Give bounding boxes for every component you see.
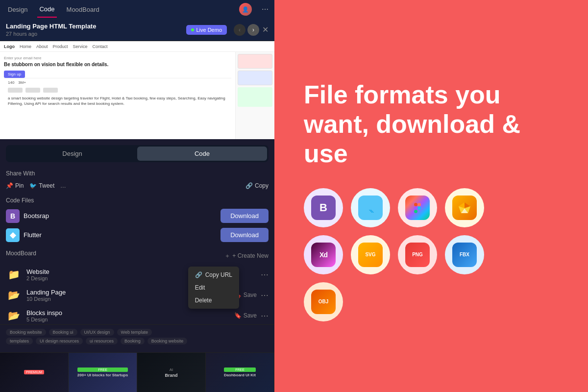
format-icon-png[interactable]: PNG: [398, 235, 437, 274]
share-more-button[interactable]: ...: [60, 182, 66, 189]
flutter-name: Flutter: [24, 231, 42, 239]
tags-row-2: templates UI design resources ui resourc…: [6, 338, 269, 344]
bookmark-icon-2: 🔖: [234, 312, 242, 319]
tab-code[interactable]: Code: [37, 1, 56, 18]
dropdown-menu: 🔗 Copy URL Edit Delete: [188, 267, 239, 309]
file-info-bootstrap: B Bootsrap: [6, 209, 49, 223]
tag[interactable]: ui resources: [86, 338, 118, 344]
bottom-card-1[interactable]: PREMIUM: [0, 353, 69, 392]
folder-name-blocks: Blocks inspo: [26, 309, 230, 317]
folder-count-blocks: 5 Design: [26, 317, 230, 322]
project-info: Landing Page HTML Template 27 hours ago: [6, 23, 96, 37]
bottom-card-3[interactable]: AI Brand: [137, 353, 206, 392]
close-button[interactable]: ✕: [262, 25, 269, 34]
format-icon-xd[interactable]: Xd: [304, 235, 343, 274]
live-demo-dot: [191, 28, 194, 31]
tags-row-1: Booking website Booking ui UI/UX design …: [6, 329, 269, 336]
right-sidebar: Design Code Share With 📌 Pin 🐦 Tweet ...…: [0, 139, 274, 334]
dc-tab-code[interactable]: Code: [137, 147, 267, 161]
nav-arrows: ‹ ›: [234, 24, 259, 36]
format-icon-fbx[interactable]: FBX: [445, 235, 484, 274]
preview-area: Logo Home About Product Service Contact …: [0, 41, 274, 139]
pin-button[interactable]: 📌 Pin: [6, 182, 24, 189]
tag[interactable]: Booking ui: [49, 329, 77, 336]
tab-design[interactable]: Design: [6, 2, 29, 17]
tweet-icon: 🐦: [29, 182, 37, 189]
tag[interactable]: Booking website: [147, 338, 188, 344]
folder-icon-website: 📁: [6, 267, 22, 282]
folder-icon-blocks: 📂: [6, 308, 22, 323]
dropdown-copy-url[interactable]: 🔗 Copy URL: [188, 269, 239, 281]
tag[interactable]: Booking: [121, 338, 145, 344]
create-new-button[interactable]: ＋ + Create New: [224, 252, 269, 260]
file-info-flutter: ◆ Flutter: [6, 228, 42, 242]
share-actions: 📌 Pin 🐦 Tweet ... 🔗 Copy: [6, 182, 269, 189]
moodboard-item-blocks: 📂 Blocks inspo 5 Design 🔖 Save ⋯: [6, 308, 269, 323]
format-icon-bootstrap[interactable]: B: [304, 188, 343, 227]
bootstrap-icon: B: [6, 209, 20, 223]
download-bootstrap-button[interactable]: Download: [220, 209, 269, 223]
bottom-card-4[interactable]: FREE Dashboard UI Kit: [206, 353, 274, 392]
share-label: Share With: [6, 170, 269, 177]
live-demo-button[interactable]: Live Demo: [186, 25, 227, 35]
design-code-tabs: Design Code: [6, 145, 269, 162]
preview-hero-text: Be stubborn on vision but flexible on de…: [4, 61, 231, 68]
tweet-button[interactable]: 🐦 Tweet: [29, 182, 54, 189]
svg-point-7: [417, 206, 421, 210]
landing-more-button[interactable]: ⋯: [261, 291, 269, 300]
format-icon-svg[interactable]: SVG: [351, 235, 390, 274]
blocks-more-button[interactable]: ⋯: [261, 311, 269, 320]
right-panel: File formats you want, download & use B: [274, 0, 588, 392]
tagline: File formats you want, download & use: [304, 80, 564, 168]
tab-moodboard[interactable]: MoodBoard: [65, 2, 101, 17]
dropdown-delete[interactable]: Delete: [188, 294, 239, 307]
format-icon-obj[interactable]: OBJ: [304, 282, 343, 321]
tag[interactable]: templates: [6, 338, 33, 344]
plus-icon: ＋: [224, 252, 230, 260]
save-blocks-button[interactable]: 🔖 Save: [230, 310, 261, 321]
next-arrow[interactable]: ›: [247, 24, 259, 36]
tag[interactable]: Booking website: [6, 329, 46, 336]
copy-icon: 🔗: [245, 182, 253, 189]
tag[interactable]: UI design resources: [36, 338, 83, 344]
format-icons-grid: B: [304, 188, 564, 321]
format-icon-flutter[interactable]: [351, 188, 390, 227]
svg-marker-2: [369, 210, 374, 213]
file-row-flutter: ◆ Flutter Download: [6, 228, 269, 242]
download-flutter-button[interactable]: Download: [220, 228, 269, 242]
tag[interactable]: UI/UX design: [80, 329, 114, 336]
project-header: Landing Page HTML Template 27 hours ago …: [0, 19, 274, 41]
share-section: Share With 📌 Pin 🐦 Tweet ... 🔗 Copy: [6, 170, 269, 189]
bottom-cards: PREMIUM FREE 200+ UI blocks for Startups…: [0, 352, 274, 392]
folder-icon-landing: 📂: [6, 287, 22, 303]
moodboard-label: MoodBoard: [6, 250, 36, 257]
file-row-bootstrap: B Bootsrap Download: [6, 209, 269, 223]
copy-button[interactable]: 🔗 Copy: [245, 182, 269, 189]
top-bar: Design Code MoodBoard 👤 ⋯: [0, 0, 274, 19]
moodboard-item-website: 📁 Website 2 Design 🔗 Copy URL Edit Delet…: [6, 267, 269, 282]
moodboard-section: MoodBoard ＋ + Create New 📁 Website 2 Des…: [6, 250, 269, 323]
preview-cta-button[interactable]: Sign up: [4, 71, 25, 78]
dc-tab-design[interactable]: Design: [7, 147, 137, 161]
svg-rect-4: [417, 203, 421, 206]
avatar[interactable]: 👤: [239, 3, 252, 16]
preview-description: a smart booking website design targeting…: [4, 94, 231, 108]
tag[interactable]: Web template: [117, 329, 152, 336]
left-panel: Design Code MoodBoard 👤 ⋯ Landing Page H…: [0, 0, 274, 392]
svg-rect-3: [414, 203, 417, 206]
code-files-label: Code Files: [6, 197, 269, 204]
preview-nav: Logo Home About Product Service Contact: [0, 41, 274, 52]
copy-url-icon: 🔗: [195, 271, 202, 278]
preview-content: Enter your email here Be stubborn on vis…: [0, 52, 235, 139]
flutter-icon: ◆: [6, 228, 20, 242]
more-menu-btn[interactable]: ⋯: [262, 5, 269, 13]
preview-body: Enter your email here Be stubborn on vis…: [0, 52, 274, 139]
moodboard-header: MoodBoard ＋ + Create New: [6, 250, 269, 262]
format-icon-sketch[interactable]: [445, 188, 484, 227]
bottom-card-2[interactable]: FREE 200+ UI blocks for Startups: [69, 353, 137, 392]
dropdown-edit[interactable]: Edit: [188, 281, 239, 294]
format-icon-figma[interactable]: [398, 188, 437, 227]
prev-arrow[interactable]: ‹: [234, 24, 245, 36]
website-more-button[interactable]: ⋯: [261, 270, 269, 279]
svg-rect-6: [414, 210, 417, 213]
